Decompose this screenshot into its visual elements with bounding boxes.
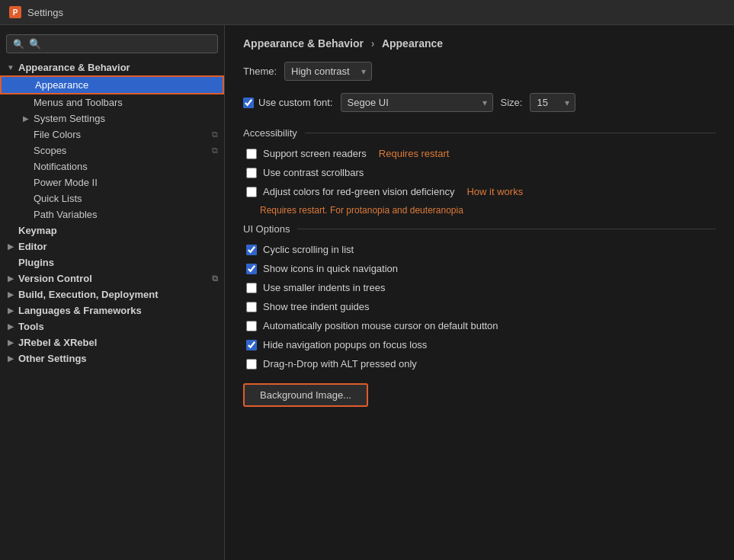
show-icons-quick-nav-checkbox[interactable]: [246, 264, 257, 274]
custom-font-checkbox-wrapper[interactable]: Use custom font:: [243, 97, 333, 108]
chevron-icon-version-control: [6, 274, 15, 283]
chevron-icon-editor: [6, 242, 15, 251]
how-it-works-link[interactable]: How it works: [466, 186, 523, 197]
option-smaller-indents: Use smaller indents in trees: [243, 282, 716, 293]
chevron-icon-build-execution: [6, 290, 15, 299]
sidebar-item-appearance[interactable]: Appearance: [0, 75, 224, 94]
app-icon: P: [9, 6, 21, 18]
sidebar-item-label-appearance: Appearance: [35, 79, 88, 91]
size-select-wrapper[interactable]: 10111213 14151618: [530, 93, 575, 112]
option-red-green: Adjust colors for red-green vision defic…: [243, 186, 716, 197]
hide-nav-popups-label: Hide navigation popups on focus loss: [263, 339, 427, 350]
sidebar-item-version-control[interactable]: Version Control⧉: [0, 270, 224, 286]
sidebar-item-menus-toolbars[interactable]: Menus and Toolbars: [0, 94, 224, 110]
sidebar-item-label-version-control: Version Control: [18, 273, 92, 284]
sidebar-item-label-jrebel: JRebel & XRebel: [18, 337, 97, 348]
breadcrumb-current: Appearance: [382, 37, 443, 50]
breadcrumb: Appearance & Behavior › Appearance: [243, 37, 716, 50]
copy-icon-scopes: ⧉: [212, 146, 218, 155]
font-row: Use custom font: Segoe UI Arial Consolas…: [243, 93, 716, 112]
sidebar: 🔍 Appearance & BehaviorAppearanceMenus a…: [0, 25, 225, 560]
tree-indent-guides-checkbox[interactable]: [246, 302, 257, 312]
show-icons-quick-nav-label: Show icons in quick navigation: [263, 263, 398, 274]
smaller-indents-checkbox[interactable]: [246, 283, 257, 293]
sidebar-item-label-menus-toolbars: Menus and Toolbars: [34, 97, 123, 108]
auto-position-mouse-label: Automatically position mouse cursor on d…: [263, 320, 498, 331]
sidebar-item-label-appearance-behavior: Appearance & Behavior: [18, 62, 130, 73]
theme-select[interactable]: High contrast Darcula IntelliJ Light: [284, 62, 372, 81]
sidebar-item-editor[interactable]: Editor: [0, 238, 224, 254]
sidebar-item-languages-frameworks[interactable]: Languages & Frameworks: [0, 302, 224, 318]
sidebar-item-power-mode[interactable]: Power Mode II: [0, 174, 224, 190]
font-select[interactable]: Segoe UI Arial Consolas Courier New: [341, 93, 493, 112]
sidebar-item-jrebel[interactable]: JRebel & XRebel: [0, 334, 224, 350]
custom-font-label[interactable]: Use custom font:: [258, 97, 333, 108]
chevron-icon-tools: [6, 322, 15, 331]
sidebar-item-label-file-colors: File Colors: [34, 129, 81, 140]
background-image-button[interactable]: Background Image...: [243, 383, 368, 407]
accessibility-title: Accessibility: [243, 127, 297, 139]
accessibility-section-header: Accessibility: [243, 127, 716, 139]
sidebar-item-path-variables[interactable]: Path Variables: [0, 206, 224, 222]
search-input[interactable]: [29, 38, 211, 50]
theme-select-wrapper[interactable]: High contrast Darcula IntelliJ Light: [284, 62, 372, 81]
size-select[interactable]: 10111213 14151618: [530, 93, 575, 112]
contrast-scrollbars-checkbox[interactable]: [246, 168, 257, 178]
option-contrast-scrollbars: Use contrast scrollbars: [243, 167, 716, 178]
sidebar-item-label-scopes: Scopes: [34, 145, 66, 156]
sidebar-item-notifications[interactable]: Notifications: [0, 158, 224, 174]
option-show-icons-quick-nav: Show icons in quick navigation: [243, 263, 716, 274]
sidebar-item-plugins[interactable]: Plugins: [0, 254, 224, 270]
sidebar-item-tools[interactable]: Tools: [0, 318, 224, 334]
breadcrumb-parent: Appearance & Behavior: [243, 37, 364, 50]
font-select-wrapper[interactable]: Segoe UI Arial Consolas Courier New: [341, 93, 493, 112]
custom-font-checkbox[interactable]: [243, 98, 254, 108]
sidebar-item-label-build-execution: Build, Execution, Deployment: [18, 289, 158, 300]
theme-row: Theme: High contrast Darcula IntelliJ Li…: [243, 62, 716, 81]
title-bar: P Settings: [0, 0, 734, 25]
sidebar-item-file-colors[interactable]: File Colors⧉: [0, 126, 224, 142]
breadcrumb-separator: ›: [371, 37, 375, 50]
hide-nav-popups-checkbox[interactable]: [246, 340, 257, 350]
chevron-icon-appearance-behavior: [6, 63, 15, 72]
sidebar-item-label-editor: Editor: [18, 241, 47, 252]
window-title: Settings: [27, 7, 63, 18]
main-layout: 🔍 Appearance & BehaviorAppearanceMenus a…: [0, 25, 734, 560]
red-green-checkbox[interactable]: [246, 187, 257, 197]
copy-icon-file-colors: ⧉: [212, 130, 218, 139]
theme-label: Theme:: [243, 66, 277, 77]
smaller-indents-label: Use smaller indents in trees: [263, 282, 385, 293]
auto-position-mouse-checkbox[interactable]: [246, 321, 257, 331]
sidebar-item-quick-lists[interactable]: Quick Lists: [0, 190, 224, 206]
search-icon: 🔍: [13, 39, 24, 50]
sidebar-item-label-keymap: Keymap: [18, 225, 57, 236]
sidebar-item-build-execution[interactable]: Build, Execution, Deployment: [0, 286, 224, 302]
cyclic-scrolling-label: Cyclic scrolling in list: [263, 244, 354, 255]
option-support-screen-readers: Support screen readers Requires restart: [243, 148, 716, 159]
option-cyclic-scrolling: Cyclic scrolling in list: [243, 244, 716, 255]
sidebar-item-label-power-mode: Power Mode II: [34, 177, 98, 188]
sidebar-item-appearance-behavior[interactable]: Appearance & Behavior: [0, 59, 224, 75]
sidebar-item-label-tools: Tools: [18, 321, 44, 332]
support-screen-readers-checkbox[interactable]: [246, 149, 257, 159]
drag-drop-alt-label: Drag-n-Drop with ALT pressed only: [263, 358, 417, 370]
copy-icon-version-control: ⧉: [212, 274, 218, 283]
sidebar-item-label-system-settings: System Settings: [34, 113, 105, 124]
ui-options-divider: [297, 229, 716, 229]
red-green-label: Adjust colors for red-green vision defic…: [263, 186, 454, 197]
sidebar-item-other-settings[interactable]: Other Settings: [0, 350, 224, 366]
chevron-icon-languages-frameworks: [6, 306, 15, 315]
search-box[interactable]: 🔍: [6, 34, 218, 53]
drag-drop-alt-checkbox[interactable]: [246, 359, 257, 370]
sidebar-item-label-languages-frameworks: Languages & Frameworks: [18, 305, 142, 316]
sidebar-item-scopes[interactable]: Scopes⧉: [0, 142, 224, 158]
option-drag-drop-alt: Drag-n-Drop with ALT pressed only: [243, 358, 716, 370]
contrast-scrollbars-label: Use contrast scrollbars: [263, 167, 364, 178]
sidebar-item-system-settings[interactable]: System Settings: [0, 110, 224, 126]
sidebar-item-label-quick-lists: Quick Lists: [34, 193, 82, 204]
option-tree-indent-guides: Show tree indent guides: [243, 301, 716, 312]
sidebar-item-keymap[interactable]: Keymap: [0, 222, 224, 238]
accessibility-divider: [305, 133, 716, 133]
size-label: Size:: [501, 97, 523, 108]
cyclic-scrolling-checkbox[interactable]: [246, 245, 257, 255]
